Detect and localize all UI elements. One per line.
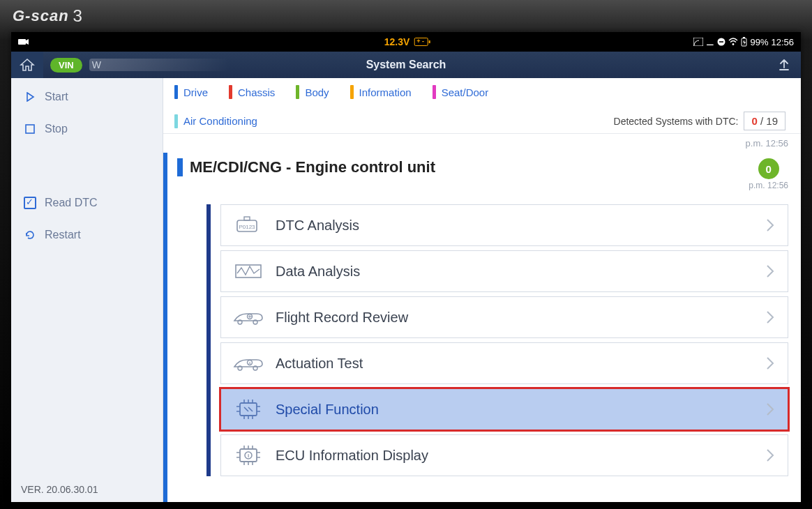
ecu-title: ME/CDI/CNG - Engine control unit: [190, 158, 749, 176]
ecu-panel: ME/CDI/CNG - Engine control unit 0 p.m. …: [163, 153, 801, 502]
function-item-special-function[interactable]: Special Function: [220, 388, 788, 430]
special-function-icon: [231, 395, 266, 423]
dnd-icon: [717, 38, 725, 46]
svg-point-4: [732, 43, 735, 45]
actuation-test-icon: A: [231, 349, 266, 377]
back-up-button[interactable]: [767, 52, 801, 78]
svg-rect-3: [719, 41, 723, 43]
function-item-flight-record-review[interactable]: Flight Record Review: [220, 296, 788, 338]
ecu-dtc-badge: 0 p.m. 12:56: [749, 158, 788, 190]
function-label: Special Function: [276, 402, 379, 418]
function-label: DTC Analysis: [276, 218, 359, 234]
app-header: VIN W System Search: [11, 52, 801, 78]
sidebar: Start Stop Read DTC Restar: [11, 78, 163, 502]
chassis-color-bar: [229, 85, 232, 99]
category-label-body: Body: [305, 86, 329, 98]
category-label-information: Information: [359, 86, 412, 98]
svg-text:P0123: P0123: [239, 224, 255, 230]
device-frame: G-scan 3 12.3V + - ⚊: [0, 0, 812, 509]
dtc-count: 0 / 19: [744, 112, 785, 130]
sidebar-item-start[interactable]: Start: [11, 81, 163, 113]
dtc-current: 0: [751, 115, 757, 127]
wifi-icon: [728, 38, 738, 46]
sidebar-item-stop[interactable]: Stop: [11, 113, 163, 145]
body: Start Stop Read DTC Restar: [11, 78, 801, 502]
svg-rect-1: [693, 38, 703, 46]
category-information[interactable]: Information: [350, 85, 412, 99]
ecu-accent-bar: [177, 158, 183, 176]
version-label: VER. 20.06.30.01: [11, 477, 163, 502]
stop-icon: [24, 123, 36, 135]
chevron-right-icon: [765, 448, 775, 463]
up-arrow-icon: [777, 58, 791, 72]
battery-icon: [741, 37, 747, 47]
category-label-seat-door: Seat/Door: [442, 86, 489, 98]
ecu-header: ME/CDI/CNG - Engine control unit 0 p.m. …: [167, 153, 788, 195]
function-item-data-analysis[interactable]: Data Analysis: [220, 250, 788, 292]
category-air-conditioning[interactable]: Air Conditioning: [174, 114, 257, 128]
function-label: Actuation Test: [276, 356, 363, 372]
brand-bar: G-scan 3: [0, 0, 812, 32]
top-timestamp: p.m. 12:56: [163, 134, 801, 150]
sidebar-label-read-dtc: Read DTC: [45, 197, 98, 209]
sidebar-item-read-dtc[interactable]: Read DTC: [11, 187, 163, 219]
sidebar-label-restart: Restart: [45, 229, 81, 241]
function-item-ecu-information-display[interactable]: iECU Information Display: [220, 434, 788, 476]
category-body[interactable]: Body: [296, 85, 329, 99]
svg-rect-19: [240, 403, 257, 416]
main-area: Drive Chassis Body Information: [163, 78, 801, 502]
play-icon: [24, 91, 36, 103]
function-list: P0123DTC AnalysisData AnalysisFlight Rec…: [206, 204, 788, 476]
chevron-right-icon: [765, 310, 775, 325]
category-seat-door[interactable]: Seat/Door: [433, 85, 489, 99]
chevron-right-icon: [765, 264, 775, 279]
dtc-total: 19: [766, 115, 778, 127]
function-item-dtc-analysis[interactable]: P0123DTC Analysis: [220, 204, 788, 246]
detected-dtc-box: Detected Systems with DTC: 0 / 19: [614, 112, 790, 130]
svg-rect-6: [743, 37, 745, 38]
sidebar-label-stop: Stop: [45, 123, 68, 135]
dtc-label: Detected Systems with DTC:: [614, 116, 739, 127]
home-button[interactable]: [11, 52, 43, 78]
body-color-bar: [296, 85, 299, 99]
svg-text:i: i: [248, 453, 249, 459]
function-item-actuation-test[interactable]: AActuation Test: [220, 342, 788, 384]
svg-rect-7: [26, 125, 34, 133]
dtc-sep: /: [758, 115, 767, 127]
car-battery-icon: + -: [414, 38, 428, 46]
function-label: Flight Record Review: [276, 310, 408, 326]
cast-icon: [693, 38, 703, 46]
home-icon: [20, 58, 35, 72]
brand-logo-text: G-scan: [13, 7, 69, 25]
drive-color-bar: [174, 85, 178, 99]
tablet-screen: 12.3V + - ⚊ 99% 12:56: [11, 32, 801, 502]
ecu-timestamp: p.m. 12:56: [749, 181, 788, 190]
chevron-right-icon: [765, 356, 775, 371]
category-chassis[interactable]: Chassis: [229, 85, 275, 99]
ecu-dtc-count: 0: [758, 158, 779, 179]
brand-suffix: 3: [73, 6, 83, 26]
data-analysis-icon: [231, 257, 266, 285]
function-label: Data Analysis: [276, 264, 360, 280]
svg-rect-0: [18, 39, 26, 45]
category-drive[interactable]: Drive: [174, 85, 208, 99]
camera-icon: [18, 38, 29, 45]
category-label-drive: Drive: [183, 86, 208, 98]
clock-text: 12:56: [771, 37, 794, 47]
android-status-bar: 12.3V + - ⚊ 99% 12:56: [11, 32, 801, 52]
flight-record-review-icon: [231, 303, 266, 331]
category-label-chassis: Chassis: [238, 86, 275, 98]
page-title: System Search: [366, 59, 446, 71]
battery-percent: 99%: [750, 37, 768, 47]
seat-door-color-bar: [433, 85, 436, 99]
vin-badge[interactable]: VIN: [50, 58, 82, 73]
svg-text:A: A: [248, 361, 251, 365]
sidebar-item-restart[interactable]: Restart: [11, 219, 163, 251]
vin-value: W: [89, 59, 229, 71]
category-label-ac: Air Conditioning: [183, 115, 257, 127]
restart-icon: [24, 229, 36, 241]
checkbox-icon: [24, 197, 36, 209]
chevron-right-icon: [765, 402, 775, 417]
ac-color-bar: [174, 114, 178, 128]
category-bar: Drive Chassis Body Information: [163, 78, 801, 134]
